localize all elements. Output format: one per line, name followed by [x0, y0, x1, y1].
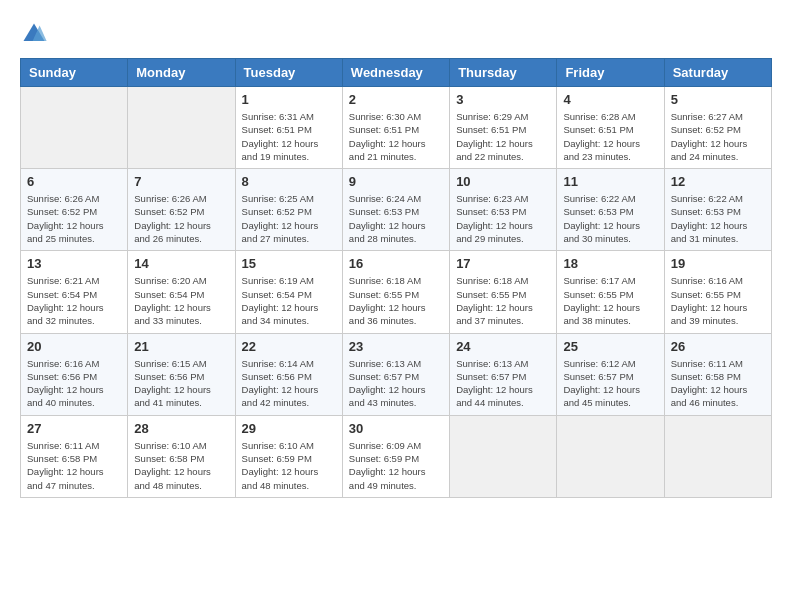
day-number: 22	[242, 339, 336, 354]
day-number: 30	[349, 421, 443, 436]
calendar-day-cell: 13Sunrise: 6:21 AM Sunset: 6:54 PM Dayli…	[21, 251, 128, 333]
day-number: 11	[563, 174, 657, 189]
logo	[20, 20, 52, 48]
calendar-day-cell	[128, 87, 235, 169]
day-info: Sunrise: 6:22 AM Sunset: 6:53 PM Dayligh…	[563, 192, 657, 245]
calendar-day-cell	[21, 87, 128, 169]
calendar-day-cell: 6Sunrise: 6:26 AM Sunset: 6:52 PM Daylig…	[21, 169, 128, 251]
calendar-day-cell: 23Sunrise: 6:13 AM Sunset: 6:57 PM Dayli…	[342, 333, 449, 415]
day-number: 23	[349, 339, 443, 354]
calendar-week-row: 1Sunrise: 6:31 AM Sunset: 6:51 PM Daylig…	[21, 87, 772, 169]
day-info: Sunrise: 6:19 AM Sunset: 6:54 PM Dayligh…	[242, 274, 336, 327]
calendar-weekday-thursday: Thursday	[450, 59, 557, 87]
calendar-week-row: 20Sunrise: 6:16 AM Sunset: 6:56 PM Dayli…	[21, 333, 772, 415]
day-number: 27	[27, 421, 121, 436]
calendar-day-cell: 8Sunrise: 6:25 AM Sunset: 6:52 PM Daylig…	[235, 169, 342, 251]
day-info: Sunrise: 6:26 AM Sunset: 6:52 PM Dayligh…	[27, 192, 121, 245]
day-info: Sunrise: 6:17 AM Sunset: 6:55 PM Dayligh…	[563, 274, 657, 327]
day-number: 4	[563, 92, 657, 107]
calendar-day-cell	[450, 415, 557, 497]
day-number: 13	[27, 256, 121, 271]
calendar-day-cell: 14Sunrise: 6:20 AM Sunset: 6:54 PM Dayli…	[128, 251, 235, 333]
day-info: Sunrise: 6:15 AM Sunset: 6:56 PM Dayligh…	[134, 357, 228, 410]
day-number: 1	[242, 92, 336, 107]
calendar-day-cell: 26Sunrise: 6:11 AM Sunset: 6:58 PM Dayli…	[664, 333, 771, 415]
calendar-header-row: SundayMondayTuesdayWednesdayThursdayFrid…	[21, 59, 772, 87]
calendar-day-cell: 24Sunrise: 6:13 AM Sunset: 6:57 PM Dayli…	[450, 333, 557, 415]
calendar-day-cell: 4Sunrise: 6:28 AM Sunset: 6:51 PM Daylig…	[557, 87, 664, 169]
day-number: 21	[134, 339, 228, 354]
page-header	[20, 20, 772, 48]
calendar-day-cell: 20Sunrise: 6:16 AM Sunset: 6:56 PM Dayli…	[21, 333, 128, 415]
day-info: Sunrise: 6:12 AM Sunset: 6:57 PM Dayligh…	[563, 357, 657, 410]
day-info: Sunrise: 6:23 AM Sunset: 6:53 PM Dayligh…	[456, 192, 550, 245]
calendar-day-cell: 12Sunrise: 6:22 AM Sunset: 6:53 PM Dayli…	[664, 169, 771, 251]
day-number: 14	[134, 256, 228, 271]
day-number: 19	[671, 256, 765, 271]
calendar-day-cell: 5Sunrise: 6:27 AM Sunset: 6:52 PM Daylig…	[664, 87, 771, 169]
calendar-day-cell: 22Sunrise: 6:14 AM Sunset: 6:56 PM Dayli…	[235, 333, 342, 415]
calendar-week-row: 27Sunrise: 6:11 AM Sunset: 6:58 PM Dayli…	[21, 415, 772, 497]
day-number: 26	[671, 339, 765, 354]
calendar-weekday-saturday: Saturday	[664, 59, 771, 87]
day-info: Sunrise: 6:16 AM Sunset: 6:55 PM Dayligh…	[671, 274, 765, 327]
day-number: 25	[563, 339, 657, 354]
day-info: Sunrise: 6:31 AM Sunset: 6:51 PM Dayligh…	[242, 110, 336, 163]
calendar-weekday-friday: Friday	[557, 59, 664, 87]
day-number: 3	[456, 92, 550, 107]
day-info: Sunrise: 6:13 AM Sunset: 6:57 PM Dayligh…	[456, 357, 550, 410]
day-number: 24	[456, 339, 550, 354]
calendar-day-cell: 28Sunrise: 6:10 AM Sunset: 6:58 PM Dayli…	[128, 415, 235, 497]
calendar-table: SundayMondayTuesdayWednesdayThursdayFrid…	[20, 58, 772, 498]
day-number: 2	[349, 92, 443, 107]
calendar-day-cell: 21Sunrise: 6:15 AM Sunset: 6:56 PM Dayli…	[128, 333, 235, 415]
day-number: 5	[671, 92, 765, 107]
calendar-day-cell: 9Sunrise: 6:24 AM Sunset: 6:53 PM Daylig…	[342, 169, 449, 251]
calendar-day-cell: 16Sunrise: 6:18 AM Sunset: 6:55 PM Dayli…	[342, 251, 449, 333]
calendar-day-cell: 27Sunrise: 6:11 AM Sunset: 6:58 PM Dayli…	[21, 415, 128, 497]
day-info: Sunrise: 6:27 AM Sunset: 6:52 PM Dayligh…	[671, 110, 765, 163]
day-number: 28	[134, 421, 228, 436]
day-info: Sunrise: 6:10 AM Sunset: 6:58 PM Dayligh…	[134, 439, 228, 492]
day-number: 15	[242, 256, 336, 271]
day-number: 17	[456, 256, 550, 271]
calendar-day-cell	[664, 415, 771, 497]
calendar-day-cell: 11Sunrise: 6:22 AM Sunset: 6:53 PM Dayli…	[557, 169, 664, 251]
day-info: Sunrise: 6:22 AM Sunset: 6:53 PM Dayligh…	[671, 192, 765, 245]
calendar-weekday-monday: Monday	[128, 59, 235, 87]
day-info: Sunrise: 6:11 AM Sunset: 6:58 PM Dayligh…	[671, 357, 765, 410]
day-info: Sunrise: 6:25 AM Sunset: 6:52 PM Dayligh…	[242, 192, 336, 245]
day-info: Sunrise: 6:14 AM Sunset: 6:56 PM Dayligh…	[242, 357, 336, 410]
calendar-week-row: 6Sunrise: 6:26 AM Sunset: 6:52 PM Daylig…	[21, 169, 772, 251]
day-info: Sunrise: 6:21 AM Sunset: 6:54 PM Dayligh…	[27, 274, 121, 327]
day-number: 20	[27, 339, 121, 354]
day-info: Sunrise: 6:18 AM Sunset: 6:55 PM Dayligh…	[456, 274, 550, 327]
calendar-weekday-sunday: Sunday	[21, 59, 128, 87]
day-info: Sunrise: 6:10 AM Sunset: 6:59 PM Dayligh…	[242, 439, 336, 492]
calendar-weekday-tuesday: Tuesday	[235, 59, 342, 87]
calendar-day-cell: 10Sunrise: 6:23 AM Sunset: 6:53 PM Dayli…	[450, 169, 557, 251]
day-info: Sunrise: 6:09 AM Sunset: 6:59 PM Dayligh…	[349, 439, 443, 492]
day-number: 9	[349, 174, 443, 189]
calendar-day-cell: 3Sunrise: 6:29 AM Sunset: 6:51 PM Daylig…	[450, 87, 557, 169]
day-info: Sunrise: 6:30 AM Sunset: 6:51 PM Dayligh…	[349, 110, 443, 163]
day-number: 29	[242, 421, 336, 436]
calendar-day-cell: 17Sunrise: 6:18 AM Sunset: 6:55 PM Dayli…	[450, 251, 557, 333]
calendar-day-cell: 18Sunrise: 6:17 AM Sunset: 6:55 PM Dayli…	[557, 251, 664, 333]
calendar-week-row: 13Sunrise: 6:21 AM Sunset: 6:54 PM Dayli…	[21, 251, 772, 333]
day-number: 18	[563, 256, 657, 271]
calendar-day-cell	[557, 415, 664, 497]
day-info: Sunrise: 6:26 AM Sunset: 6:52 PM Dayligh…	[134, 192, 228, 245]
calendar-day-cell: 1Sunrise: 6:31 AM Sunset: 6:51 PM Daylig…	[235, 87, 342, 169]
calendar-day-cell: 30Sunrise: 6:09 AM Sunset: 6:59 PM Dayli…	[342, 415, 449, 497]
calendar-day-cell: 2Sunrise: 6:30 AM Sunset: 6:51 PM Daylig…	[342, 87, 449, 169]
calendar-day-cell: 7Sunrise: 6:26 AM Sunset: 6:52 PM Daylig…	[128, 169, 235, 251]
calendar-day-cell: 25Sunrise: 6:12 AM Sunset: 6:57 PM Dayli…	[557, 333, 664, 415]
day-number: 8	[242, 174, 336, 189]
day-info: Sunrise: 6:13 AM Sunset: 6:57 PM Dayligh…	[349, 357, 443, 410]
calendar-day-cell: 29Sunrise: 6:10 AM Sunset: 6:59 PM Dayli…	[235, 415, 342, 497]
day-number: 7	[134, 174, 228, 189]
day-number: 10	[456, 174, 550, 189]
day-info: Sunrise: 6:11 AM Sunset: 6:58 PM Dayligh…	[27, 439, 121, 492]
calendar-day-cell: 19Sunrise: 6:16 AM Sunset: 6:55 PM Dayli…	[664, 251, 771, 333]
